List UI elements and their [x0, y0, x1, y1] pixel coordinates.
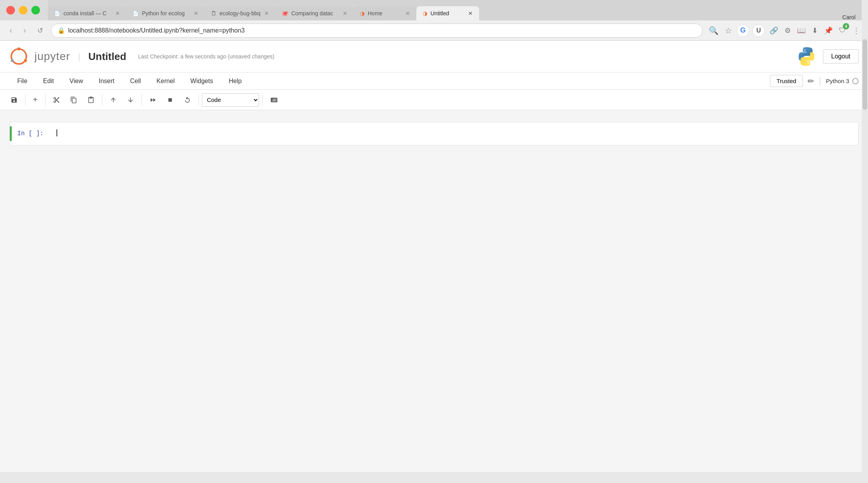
svg-point-0	[11, 49, 26, 64]
tab-comparing[interactable]: 🐙 Comparing datac ✕	[275, 6, 354, 20]
maximize-traffic-light[interactable]	[31, 6, 40, 15]
add-cell-button[interactable]: +	[29, 93, 42, 107]
notebook-title[interactable]: Untitled	[88, 51, 126, 63]
tab-untitled-icon: ◑	[423, 10, 427, 16]
user-name: Carol	[836, 14, 862, 20]
google-icon-btn[interactable]: G	[737, 24, 749, 37]
menu-help[interactable]: Help	[221, 74, 249, 88]
address-bar[interactable]: 🔒 localhost:8888/notebooks/Untitled.ipyn…	[51, 24, 703, 38]
tab-conda-label: conda install — C	[64, 10, 112, 16]
jupyter-logo-icon	[9, 47, 28, 66]
more-options-btn[interactable]: ⋮	[851, 24, 862, 37]
tab-comparing-close[interactable]: ✕	[343, 10, 347, 16]
cell-editor-area[interactable]	[55, 126, 858, 140]
separator-4	[142, 94, 142, 105]
tab-ecology-bug-label: ecology-bug-bbq	[220, 10, 261, 16]
tab-home-label: Home	[368, 10, 402, 16]
tab-conda[interactable]: 📄 conda install — C ✕	[48, 6, 126, 20]
reload-button[interactable]: ↺	[34, 25, 46, 36]
text-cursor	[56, 129, 57, 136]
minimize-traffic-light[interactable]	[19, 6, 27, 15]
search-icon-btn[interactable]: 🔍	[707, 24, 720, 37]
scrollbar[interactable]	[862, 0, 868, 483]
tab-python-ecology[interactable]: 📄 Python for ecolog ✕	[126, 6, 205, 20]
tab-conda-icon: 📄	[54, 11, 60, 16]
jupyter-header: jupyter | Untitled Last Checkpoint: a fe…	[0, 41, 868, 73]
svg-point-4	[804, 49, 806, 51]
extension-badge-btn[interactable]: 🛡 4	[837, 25, 848, 36]
restart-icon	[184, 96, 191, 104]
checkpoint-text: Last Checkpoint: a few seconds ago (unsa…	[138, 53, 274, 60]
toolbar: +	[0, 90, 868, 110]
notebook-area: In [ ]:	[0, 110, 868, 157]
bookmark-star-icon[interactable]: ☆	[723, 24, 734, 37]
move-down-icon	[127, 96, 134, 104]
menu-view[interactable]: View	[62, 74, 91, 88]
share-icon-btn[interactable]: 🔗	[768, 25, 780, 36]
kernel-status-circle	[852, 78, 859, 84]
copy-icon	[70, 96, 77, 104]
tab-home[interactable]: ◑ Home ✕	[354, 6, 416, 20]
tab-python-ecology-label: Python for ecolog	[142, 10, 191, 16]
back-button[interactable]: ‹	[6, 24, 15, 37]
tab-ecology-bug[interactable]: 🗒 ecology-bug-bbq ✕	[205, 6, 275, 20]
tab-untitled[interactable]: ◑ Untitled ✕	[416, 6, 479, 20]
cell-prompt: In [ ]:	[12, 126, 55, 141]
forward-button[interactable]: ›	[20, 24, 29, 37]
browser-actions: 🔍 ☆ G U 🔗 ⚙ 📖 ⬇ 📌 🛡 4 ⋮	[707, 24, 862, 37]
trusted-button[interactable]: Trusted	[770, 75, 803, 87]
paste-button[interactable]	[83, 94, 99, 106]
menu-cell[interactable]: Cell	[122, 74, 149, 88]
scrollbar-thumb[interactable]	[863, 39, 867, 110]
cell-type-select[interactable]: Code Markdown Raw NBConvert Heading	[202, 93, 259, 107]
menu-edit[interactable]: Edit	[35, 74, 62, 88]
stop-button[interactable]	[162, 94, 178, 106]
pin-icon-btn[interactable]: 📌	[823, 25, 834, 36]
close-traffic-light[interactable]	[6, 6, 15, 15]
paste-icon	[87, 96, 94, 104]
download-icon-btn[interactable]: ⬇	[810, 25, 819, 36]
menu-right: Trusted ✏ | Python 3	[770, 75, 859, 87]
cut-button[interactable]	[49, 94, 64, 106]
stop-icon	[167, 96, 174, 104]
fast-forward-button[interactable]	[145, 94, 161, 106]
move-down-button[interactable]	[123, 94, 138, 106]
edit-pencil-icon[interactable]: ✏	[808, 76, 814, 86]
menu-items: File Edit View Insert Cell Kernel Widget…	[9, 74, 249, 88]
restart-button[interactable]	[180, 94, 195, 106]
url-text: localhost:8888/notebooks/Untitled.ipynb?…	[68, 27, 245, 34]
tab-comparing-label: Comparing datac	[291, 10, 340, 16]
separator-1	[25, 94, 25, 105]
menu-widgets[interactable]: Widgets	[183, 74, 221, 88]
python-logo-icon	[796, 46, 817, 67]
menu-kernel[interactable]: Kernel	[149, 74, 182, 88]
menu-file[interactable]: File	[9, 74, 35, 88]
svg-point-5	[808, 62, 809, 64]
keyboard-icon	[270, 96, 278, 104]
jupyter-logo-text: jupyter	[35, 50, 70, 63]
settings-icon-btn[interactable]: ⚙	[783, 25, 792, 36]
tab-ecology-bug-icon: 🗒	[211, 10, 216, 16]
svg-point-2	[24, 59, 27, 62]
tab-python-ecology-icon: 📄	[133, 11, 139, 16]
user-icon-btn[interactable]: U	[752, 24, 765, 37]
reader-icon-btn[interactable]: 📖	[795, 25, 807, 36]
tab-ecology-bug-close[interactable]: ✕	[264, 10, 269, 16]
tab-home-close[interactable]: ✕	[405, 10, 410, 16]
move-up-button[interactable]	[105, 94, 121, 106]
tab-conda-close[interactable]: ✕	[115, 10, 120, 16]
separator-6	[262, 94, 263, 105]
cut-icon	[53, 96, 60, 104]
tab-home-icon: ◑	[360, 10, 365, 16]
logout-button[interactable]: Logout	[823, 49, 859, 64]
tab-python-ecology-close[interactable]: ✕	[194, 10, 198, 16]
move-up-icon	[110, 96, 117, 104]
save-button[interactable]	[6, 94, 22, 106]
svg-point-1	[17, 47, 20, 51]
menu-insert[interactable]: Insert	[91, 74, 122, 88]
badge-count: 4	[843, 23, 849, 29]
jupyter-container: jupyter | Untitled Last Checkpoint: a fe…	[0, 41, 868, 472]
keyboard-shortcuts-button[interactable]	[266, 93, 282, 107]
copy-button[interactable]	[66, 94, 82, 106]
tab-untitled-close[interactable]: ✕	[468, 10, 473, 16]
